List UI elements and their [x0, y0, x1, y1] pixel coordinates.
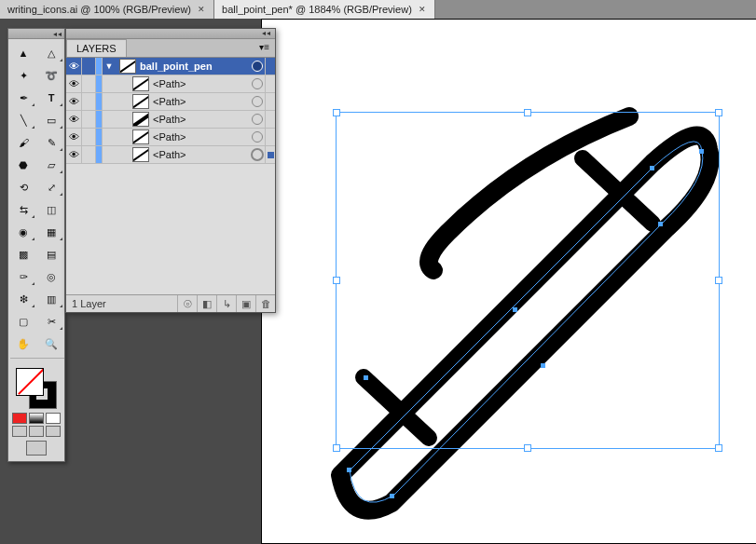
locate-object-icon[interactable]: ⦾: [177, 295, 197, 312]
close-icon[interactable]: ✕: [197, 5, 206, 14]
target-icon[interactable]: [250, 96, 265, 107]
fill-swatch[interactable]: [16, 368, 44, 396]
blend-tool[interactable]: ◎: [38, 266, 64, 287]
visibility-icon[interactable]: 👁: [66, 146, 82, 163]
twisty-icon[interactable]: ▼: [103, 61, 116, 71]
slice-tool[interactable]: ✂: [38, 311, 64, 332]
selection-indicator[interactable]: [265, 146, 275, 163]
delete-layer-icon[interactable]: 🗑: [255, 295, 275, 312]
draw-mode-button[interactable]: [29, 426, 44, 437]
paintbrush-tool[interactable]: 🖌: [10, 132, 36, 153]
selection-tool[interactable]: ▲: [10, 43, 36, 63]
document-tab[interactable]: ball_point_pen* @ 1884% (RGB/Preview) ✕: [214, 0, 435, 19]
target-icon[interactable]: [250, 148, 265, 161]
layer-name[interactable]: <Path>: [153, 131, 250, 143]
color-mode-button[interactable]: [12, 413, 27, 424]
hand-tool[interactable]: ✋: [10, 333, 36, 354]
panel-tab-layers[interactable]: LAYERS: [66, 39, 127, 57]
target-icon[interactable]: [250, 131, 265, 143]
magic-wand-tool[interactable]: ✦: [10, 65, 36, 86]
layer-thumbnail[interactable]: [132, 129, 149, 144]
lock-column[interactable]: [82, 111, 96, 128]
visibility-icon[interactable]: 👁: [66, 93, 82, 110]
none-mode-button[interactable]: [46, 413, 61, 424]
document-tab[interactable]: writing_icons.ai @ 100% (RGB/Preview) ✕: [0, 0, 214, 19]
new-sublayer-icon[interactable]: ↳: [216, 295, 236, 312]
visibility-icon[interactable]: 👁: [66, 111, 82, 128]
target-icon[interactable]: [250, 61, 265, 72]
column-graph-tool[interactable]: ▥: [38, 289, 64, 309]
artboard-tool[interactable]: ▢: [10, 311, 36, 332]
layer-row[interactable]: 👁 <Path>: [66, 75, 275, 93]
layer-thumbnail[interactable]: [132, 112, 149, 127]
layer-thumbnail[interactable]: [132, 147, 149, 162]
lock-column[interactable]: [82, 93, 96, 110]
width-tool[interactable]: ⇆: [10, 199, 36, 220]
selection-indicator[interactable]: [265, 58, 275, 75]
lock-column[interactable]: [82, 75, 96, 92]
direct-selection-tool[interactable]: △: [38, 43, 64, 63]
zoom-tool[interactable]: 🔍: [38, 333, 64, 354]
new-layer-icon[interactable]: ▣: [236, 295, 255, 312]
tools-panel[interactable]: ◂◂ ▲ △ ✦ ➰ ✒ T ╲ ▭ 🖌 ✎ ⬣ ▱ ⟲ ⤢ ⇆ ◫ ◉ ▦ ▩…: [7, 28, 65, 462]
pen-tool[interactable]: ✒: [10, 88, 36, 108]
layer-name[interactable]: <Path>: [153, 149, 250, 160]
visibility-icon[interactable]: 👁: [66, 75, 82, 92]
gradient-tool[interactable]: ▤: [38, 244, 64, 265]
scale-tool[interactable]: ⤢: [38, 177, 64, 197]
type-tool[interactable]: T: [38, 88, 64, 108]
free-transform-tool[interactable]: ◫: [38, 199, 64, 220]
draw-mode-button[interactable]: [12, 426, 27, 437]
layer-name[interactable]: <Path>: [153, 114, 250, 125]
close-icon[interactable]: ✕: [418, 5, 427, 14]
layer-list: 👁 ▼ ball_point_pen 👁 <Path> 👁 <Path>: [66, 58, 275, 164]
gradient-mode-button[interactable]: [29, 413, 44, 424]
artboard[interactable]: [261, 19, 756, 544]
panel-grip[interactable]: ◂◂: [66, 29, 275, 39]
layers-empty-area: [66, 164, 275, 294]
rectangle-tool[interactable]: ▭: [38, 110, 64, 130]
selection-indicator[interactable]: [265, 75, 275, 92]
lasso-tool[interactable]: ➰: [38, 65, 64, 86]
selection-indicator[interactable]: [265, 129, 275, 145]
layer-row[interactable]: 👁 <Path>: [66, 93, 275, 111]
lock-column[interactable]: [82, 129, 96, 145]
panel-grip[interactable]: ◂◂: [8, 29, 64, 39]
fill-stroke-swatch[interactable]: [16, 368, 57, 409]
layer-row[interactable]: 👁 ▼ ball_point_pen: [66, 58, 275, 75]
make-clipping-mask-icon[interactable]: ◧: [197, 295, 216, 312]
selection-bounding-box[interactable]: [336, 112, 720, 449]
shape-builder-tool[interactable]: ◉: [10, 222, 36, 242]
eyedropper-tool[interactable]: ✑: [10, 266, 36, 287]
visibility-icon[interactable]: 👁: [66, 58, 82, 75]
layer-name[interactable]: <Path>: [153, 78, 250, 89]
layer-thumbnail[interactable]: [119, 59, 136, 74]
selection-indicator[interactable]: [265, 93, 275, 110]
layer-name[interactable]: ball_point_pen: [140, 61, 250, 72]
layer-row[interactable]: 👁 <Path>: [66, 111, 275, 129]
draw-mode-button[interactable]: [46, 426, 61, 437]
pencil-tool[interactable]: ✎: [38, 132, 64, 153]
layer-thumbnail[interactable]: [132, 76, 149, 91]
screen-mode-button[interactable]: [26, 441, 47, 456]
panel-menu-icon[interactable]: ▾≡: [254, 39, 275, 57]
mesh-tool[interactable]: ▩: [10, 244, 36, 265]
layer-name[interactable]: <Path>: [153, 96, 250, 107]
perspective-tool[interactable]: ▦: [38, 222, 64, 242]
target-icon[interactable]: [250, 78, 265, 89]
app-root: writing_icons.ai @ 100% (RGB/Preview) ✕ …: [0, 0, 756, 544]
layer-row[interactable]: 👁 <Path>: [66, 146, 275, 164]
visibility-icon[interactable]: 👁: [66, 129, 82, 145]
rotate-tool[interactable]: ⟲: [10, 177, 36, 197]
layers-panel[interactable]: ◂◂ LAYERS ▾≡ 👁 ▼ ball_point_pen 👁 <Path>: [65, 28, 276, 313]
layer-row[interactable]: 👁 <Path>: [66, 129, 275, 146]
blob-brush-tool[interactable]: ⬣: [10, 155, 36, 175]
line-tool[interactable]: ╲: [10, 110, 36, 130]
lock-column[interactable]: [82, 146, 96, 163]
layer-thumbnail[interactable]: [132, 94, 149, 109]
eraser-tool[interactable]: ▱: [38, 155, 64, 175]
lock-column[interactable]: [82, 58, 96, 75]
symbol-sprayer-tool[interactable]: ❇: [10, 289, 36, 309]
selection-indicator[interactable]: [265, 111, 275, 128]
target-icon[interactable]: [250, 114, 265, 125]
